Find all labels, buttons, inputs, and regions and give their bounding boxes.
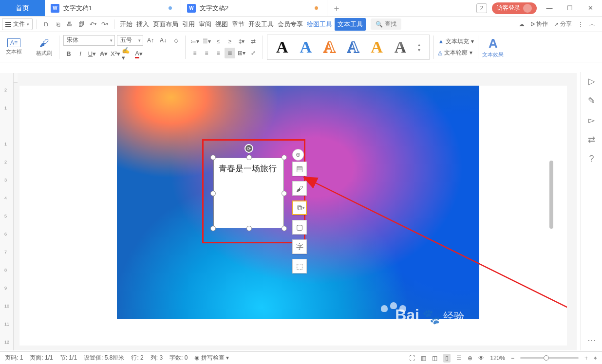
print-button[interactable]: 🖶 <box>64 19 75 30</box>
status-col[interactable]: 列: 3 <box>150 354 163 362</box>
resize-handle-sw[interactable] <box>210 226 216 231</box>
more-icon[interactable]: ⋯ <box>587 335 596 346</box>
resize-handle-s[interactable] <box>246 226 252 231</box>
view-web-button[interactable]: ☰ <box>456 355 462 362</box>
outline-button[interactable]: ▢ <box>292 220 307 235</box>
copy-button[interactable]: 🗐 <box>76 19 87 30</box>
edit-icon[interactable]: ✎ <box>588 95 595 106</box>
textbox-style-button[interactable]: ⬚ <box>292 259 307 273</box>
triangle-icon[interactable]: ▷ <box>588 76 595 87</box>
zoom-thumb[interactable] <box>544 355 549 361</box>
gallery-more-icon[interactable]: ▴▾ <box>418 42 420 53</box>
indent-inc-button[interactable]: ≥ <box>225 36 235 47</box>
scrollbar-thumb[interactable] <box>549 161 553 229</box>
notification-badge[interactable]: 2 <box>476 3 487 13</box>
align-center-button[interactable]: ≡ <box>201 48 212 58</box>
italic-button[interactable]: I <box>75 49 86 59</box>
font-color-button[interactable]: A▾ <box>133 49 144 59</box>
resize-handle-ne[interactable] <box>282 155 287 160</box>
text-direction-button[interactable]: ⇄ <box>248 36 259 47</box>
home-tab[interactable]: 首页 <box>0 0 45 16</box>
decrease-font-button[interactable]: A↓ <box>158 35 169 46</box>
fullscreen-button[interactable]: ⛶ <box>409 355 415 362</box>
zoom-slider[interactable] <box>520 357 579 359</box>
numbering-button[interactable]: ☰▾ <box>201 36 212 47</box>
justify-button[interactable]: ≣ <box>225 48 235 58</box>
view-outline-button[interactable]: ◫ <box>432 355 437 362</box>
undo-button[interactable]: ↶▾ <box>88 19 98 30</box>
text-effects-button[interactable]: A 文本效果 <box>482 36 504 58</box>
wordart-style-5[interactable]: A <box>371 38 383 56</box>
bold-button[interactable]: B <box>63 49 74 59</box>
menu-review[interactable]: 审阅 <box>197 18 213 31</box>
superscript-button[interactable]: X²▾ <box>110 49 121 59</box>
file-menu[interactable]: 文件 ▾ <box>2 18 33 30</box>
menu-view[interactable]: 视图 <box>214 18 229 31</box>
resize-handle-se[interactable] <box>282 226 287 231</box>
wordart-style-1[interactable]: A <box>276 38 288 56</box>
search-box[interactable]: 🔍 查找 <box>371 18 401 30</box>
textbox-content[interactable]: 青春是一场旅行 <box>213 158 284 228</box>
share-button[interactable]: ↗ 分享 <box>554 20 572 28</box>
cloud-button[interactable]: ☁ <box>519 21 525 28</box>
resize-handle-n[interactable] <box>246 155 252 160</box>
menu-start[interactable]: 开始 <box>118 18 134 31</box>
menu-page-layout[interactable]: 页面布局 <box>151 18 180 31</box>
menu-vip[interactable]: 会员专享 <box>276 18 304 31</box>
collab-button[interactable]: ᐅ 协作 <box>530 20 548 28</box>
format-brush-tool[interactable]: 🖌 格式刷 <box>33 33 55 61</box>
text-fill-button[interactable]: ▲ 文本填充 ▾ <box>438 37 474 46</box>
fit-button[interactable]: ⌖ <box>594 355 597 362</box>
indent-dec-button[interactable]: ≤ <box>213 36 224 47</box>
new-tab-button[interactable]: ＋ <box>327 0 346 16</box>
strikethrough-button[interactable]: A▾ <box>98 49 109 59</box>
wordart-style-3[interactable]: A <box>323 38 336 56</box>
view-focus-button[interactable]: ⊕ <box>468 355 472 362</box>
more-button[interactable]: ⋮ <box>578 21 583 28</box>
status-chars[interactable]: 字数: 0 <box>169 354 188 362</box>
menu-insert[interactable]: 插入 <box>135 18 150 31</box>
help-icon[interactable]: ? <box>589 154 594 164</box>
textbox-object[interactable]: ⟳ 青春是一场旅行 <box>213 158 284 228</box>
print-preview-button[interactable]: ⎗ <box>53 19 63 30</box>
zoom-out-button[interactable]: − <box>511 355 514 362</box>
wordart-style-6[interactable]: A <box>395 38 407 56</box>
save-button[interactable]: 🗋 <box>41 19 52 30</box>
shape-fill-button[interactable]: ⧉ <box>292 200 307 215</box>
document-tab-1[interactable]: W 文字文稿1 <box>45 0 181 16</box>
view-read-button[interactable]: ▯ <box>443 354 451 363</box>
menu-section[interactable]: 章节 <box>230 18 246 31</box>
status-section[interactable]: 节: 1/1 <box>60 354 77 362</box>
fill-color-button[interactable]: 🖌 <box>292 181 307 196</box>
line-spacing-button[interactable]: ‡▾ <box>236 36 247 47</box>
vertical-ruler[interactable]: 21123456789101112 <box>0 73 14 350</box>
float-layout-button[interactable]: ⊕ <box>292 149 304 161</box>
collapse-ribbon-button[interactable]: ︿ <box>589 20 595 28</box>
status-pages[interactable]: 页面: 1/1 <box>30 354 53 362</box>
menu-reference[interactable]: 引用 <box>181 18 196 31</box>
guest-login-button[interactable]: 访客登录 <box>492 2 537 14</box>
increase-font-button[interactable]: A↑ <box>145 35 156 46</box>
eye-protect-button[interactable]: 👁 <box>478 355 484 362</box>
redo-button[interactable]: ↷▾ <box>99 19 110 30</box>
select-icon[interactable]: ▻ <box>588 115 595 126</box>
zoom-in-button[interactable]: + <box>584 355 588 362</box>
paragraph-dialog-button[interactable]: ⤢ <box>248 48 259 58</box>
menu-text-tools[interactable]: 文本工具 <box>335 18 366 31</box>
status-setval[interactable]: 设置值: 5.8厘米 <box>84 354 124 362</box>
font-size-select[interactable]: 五号 <box>117 35 143 46</box>
font-style-button[interactable]: 字 <box>292 239 307 254</box>
wordart-style-2[interactable]: A <box>300 38 312 56</box>
menu-devtools[interactable]: 开发工具 <box>247 18 275 31</box>
bullets-button[interactable]: ≔▾ <box>189 36 200 47</box>
wordart-gallery[interactable]: A A A A A A ▴▾ <box>267 35 430 60</box>
zoom-value[interactable]: 120% <box>490 355 505 362</box>
highlight-button[interactable]: ✍▾ <box>122 49 132 59</box>
status-spellcheck[interactable]: ◉ 拼写检查 ▾ <box>194 354 229 362</box>
distribute-button[interactable]: ⊞▾ <box>236 48 247 58</box>
settings-icon[interactable]: ⇄ <box>588 134 595 145</box>
align-left-button[interactable]: ≡ <box>189 48 200 58</box>
underline-button[interactable]: U▾ <box>87 49 97 59</box>
view-print-button[interactable]: ▥ <box>421 355 426 362</box>
menu-draw-tools[interactable]: 绘图工具 <box>305 18 334 31</box>
